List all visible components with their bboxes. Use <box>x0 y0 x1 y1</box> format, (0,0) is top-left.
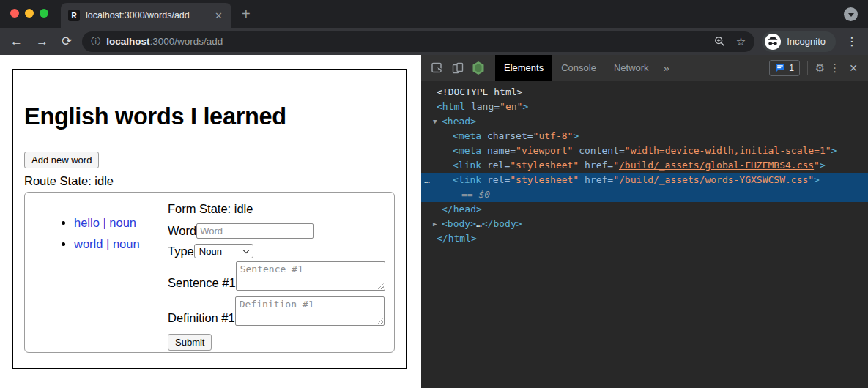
code-segment: "en" <box>500 101 522 112</box>
submit-button[interactable]: Submit <box>168 334 212 351</box>
code-segment: <!DOCTYPE html> <box>437 86 522 97</box>
code-segment: <link <box>453 174 487 185</box>
web-page: English words I learned Add new word Rou… <box>0 55 421 388</box>
nodejs-extension-icon[interactable] <box>468 59 489 78</box>
devtools-close-icon[interactable]: ✕ <box>845 62 862 74</box>
code-segment: "viewport" <box>516 145 573 156</box>
issues-counter[interactable]: 1 <box>769 60 800 76</box>
devtools-toolbar: Elements Console Network » 1 ⚙ ⋮ ✕ <box>421 55 868 81</box>
zoom-icon[interactable] <box>710 32 730 51</box>
window-content: English words I learned Add new word Rou… <box>0 55 868 388</box>
add-word-form: Form State: idle Word Type Noun <box>168 193 394 352</box>
definition-textarea[interactable] <box>235 296 385 326</box>
browser-toolbar: ← → ⟳ ⓘ localhost:3000/words/add ☆ Incog… <box>0 28 868 55</box>
address-bar[interactable]: ⓘ localhost:3000/words/add ☆ <box>82 31 754 52</box>
code-segment: > <box>814 174 820 185</box>
browser-tab[interactable]: R localhost:3000/words/add ✕ <box>61 3 231 28</box>
words-panel: hello | nounworld | noun Form State: idl… <box>24 192 395 353</box>
code-segment: </html> <box>437 233 477 244</box>
browser-window: R localhost:3000/words/add ✕ + ← → ⟳ ⓘ l… <box>0 0 868 388</box>
tab-network[interactable]: Network <box>605 55 658 81</box>
node-actions-icon[interactable]: … <box>424 173 429 187</box>
code-segment: </head> <box>442 204 482 214</box>
tab-close-icon[interactable]: ✕ <box>213 10 224 21</box>
code-segment: "utf-8" <box>533 130 574 141</box>
site-info-icon[interactable]: ⓘ <box>91 35 100 48</box>
word-link[interactable]: world | noun <box>74 237 140 250</box>
select-chevron-icon <box>243 247 249 253</box>
devtools-node[interactable]: == $0 <box>421 187 868 202</box>
devtools-node[interactable]: ▶<body>…</body> <box>421 217 868 231</box>
sentence-textarea[interactable] <box>236 261 385 291</box>
bookmark-star-icon[interactable]: ☆ <box>736 35 746 48</box>
code-segment: /build/_assets/global-FHZEMBS4.css <box>619 160 814 171</box>
word-link[interactable]: hello | noun <box>74 216 136 229</box>
devtools-node[interactable]: </head> <box>421 202 868 217</box>
favicon-letter: R <box>71 12 76 20</box>
code-segment: href= <box>579 160 613 171</box>
code-segment: <meta <box>453 130 487 141</box>
more-tabs-icon[interactable]: » <box>658 61 675 74</box>
twisty-collapsed-icon[interactable]: ▶ <box>433 217 442 231</box>
devtools-node[interactable]: <!DOCTYPE html> <box>421 85 868 100</box>
tab-console[interactable]: Console <box>552 55 605 81</box>
inspect-element-icon[interactable] <box>427 59 448 78</box>
code-segment: " <box>613 174 619 185</box>
devtools-node[interactable]: …<link rel="stylesheet" href="/build/_as… <box>421 173 868 187</box>
add-new-word-button[interactable]: Add new word <box>24 152 99 168</box>
devtools-settings-icon[interactable]: ⚙ <box>815 61 825 75</box>
devtools-node[interactable]: <meta charset="utf-8"> <box>421 129 868 143</box>
devtools-panel: Elements Console Network » 1 ⚙ ⋮ ✕ <!DOC… <box>421 55 868 388</box>
words-column: hello | nounworld | noun <box>25 193 168 352</box>
type-label: Type <box>168 245 194 258</box>
code-segment: rel= <box>487 174 510 185</box>
incognito-icon <box>765 34 781 50</box>
tab-search-button[interactable] <box>844 7 858 21</box>
code-segment: "width=device-width,initial-scale=1" <box>625 145 831 156</box>
code-segment: lang= <box>471 101 500 112</box>
word-list-item: hello | noun <box>74 216 168 230</box>
code-segment: /build/_assets/words-YGXSWCSW.css <box>619 174 808 185</box>
forward-button[interactable]: → <box>33 35 51 48</box>
code-segment: > <box>831 145 837 156</box>
code-segment: $0 <box>478 189 490 200</box>
back-button[interactable]: ← <box>7 35 26 48</box>
code-segment: " <box>808 174 814 185</box>
page-title: English words I learned <box>24 103 395 130</box>
code-segment: name= <box>487 145 516 156</box>
code-segment: content= <box>573 145 624 156</box>
form-state-text: Form State: idle <box>168 202 394 216</box>
sentence-label: Sentence #1 <box>168 276 236 291</box>
tab-title: localhost:3000/words/add <box>86 10 207 20</box>
code-segment: <link <box>453 160 487 171</box>
code-segment: </body> <box>482 218 522 229</box>
devtools-menu-icon[interactable]: ⋮ <box>829 61 840 75</box>
word-list-item: world | noun <box>74 237 168 251</box>
word-input[interactable] <box>196 223 314 239</box>
reload-button[interactable]: ⟳ <box>59 35 75 48</box>
browser-menu-icon[interactable]: ⋮ <box>843 34 861 48</box>
window-close-button[interactable] <box>10 9 19 18</box>
tab-elements[interactable]: Elements <box>495 55 552 81</box>
word-label: Word <box>168 224 196 238</box>
new-tab-button[interactable]: + <box>242 6 251 23</box>
device-toolbar-icon[interactable] <box>448 59 468 78</box>
url-text: localhost:3000/words/add <box>106 36 223 47</box>
type-select[interactable]: Noun <box>194 244 253 258</box>
devtools-node[interactable]: <link rel="stylesheet" href="/build/_ass… <box>421 158 868 173</box>
window-maximize-button[interactable] <box>40 9 48 18</box>
devtools-node[interactable]: ▼<head> <box>421 114 868 129</box>
window-minimize-button[interactable] <box>25 9 34 18</box>
definition-label: Definition #1 <box>168 311 235 326</box>
twisty-expanded-icon[interactable]: ▼ <box>433 114 442 129</box>
window-controls <box>10 9 48 18</box>
code-segment: … <box>476 218 482 229</box>
issues-count: 1 <box>789 63 794 73</box>
incognito-badge: Incognito <box>762 31 836 52</box>
devtools-node[interactable]: <meta name="viewport" content="width=dev… <box>421 143 868 158</box>
code-segment: charset= <box>487 130 533 141</box>
devtools-node[interactable]: <html lang="en"> <box>421 100 868 114</box>
devtools-node[interactable]: </html> <box>421 231 868 246</box>
issues-bubble-icon <box>775 63 785 72</box>
code-segment: " <box>613 160 619 171</box>
